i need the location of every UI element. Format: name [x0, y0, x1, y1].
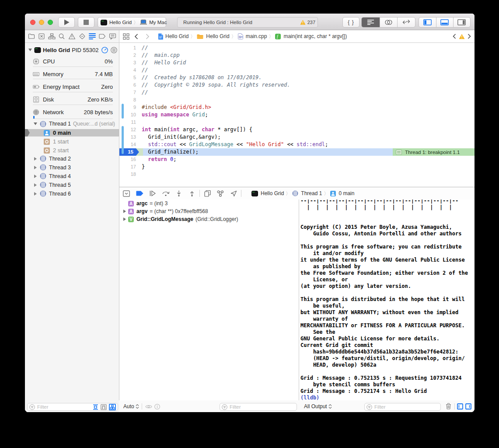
go-forward-button[interactable]: [146, 34, 150, 39]
close-window-button[interactable]: [30, 20, 35, 25]
thread-2-disclosure-triangle[interactable]: [34, 157, 37, 161]
gauge-separator: [33, 79, 113, 79]
navigator-filter-field[interactable]: Filter: [27, 403, 118, 411]
next-issue-icon[interactable]: [468, 34, 471, 39]
variable-row-gridlogmessage[interactable]: V Grid::GridLogMessage (Grid::GridLogger…: [119, 215, 299, 223]
view-mode-icon[interactable]: [111, 47, 117, 53]
source-control-navigator-tab[interactable]: [37, 32, 46, 41]
toggle-navigator-button[interactable]: [419, 18, 436, 27]
step-out-button[interactable]: [187, 189, 197, 198]
performance-gauge-icon[interactable]: [101, 47, 108, 53]
standard-editor-button[interactable]: [362, 18, 380, 27]
version-editor-button[interactable]: [397, 18, 415, 27]
show-current-block-icon[interactable]: [93, 404, 98, 410]
console-filter-field[interactable]: Filter: [364, 403, 441, 411]
process-row[interactable]: Hello Grid PID 55302: [25, 46, 119, 54]
debug-memory-graph-button[interactable]: [216, 189, 225, 198]
thread-1-disclosure-triangle[interactable]: [34, 122, 37, 125]
jumpbar-crumb-symbol[interactable]: main(int argc, char * argv[]): [283, 33, 347, 39]
source-editor[interactable]: //// main.cpp// Hello Grid//// Created b…: [119, 43, 475, 187]
continue-button[interactable]: [148, 189, 157, 198]
variable-row-argv[interactable]: A argv = (char **) 0x7ffeefbff568: [119, 207, 299, 215]
project-navigator-tab[interactable]: [27, 32, 36, 41]
app-icon: [101, 20, 107, 25]
variable-row-argc[interactable]: A argc = (int) 3: [119, 200, 299, 207]
breakpoint-annotation-text: Thread 1: breakpoint 1.1: [405, 150, 460, 155]
gridlogmessage-disclosure-triangle[interactable]: [123, 217, 126, 221]
quick-look-info-icon[interactable]: [154, 404, 160, 410]
thread-5-row[interactable]: Thread 5: [25, 181, 119, 189]
issue-count-warning-icon[interactable]: [459, 34, 465, 39]
gauge-label-disk: Disk: [43, 96, 54, 103]
run-button[interactable]: [58, 17, 75, 28]
show-variables-view-icon[interactable]: [457, 403, 463, 410]
step-over-button[interactable]: [161, 189, 171, 198]
scheme-selector[interactable]: Hello Grid 〉 My Mac: [98, 17, 166, 28]
jumpbar-crumb-file[interactable]: main.cpp: [246, 33, 267, 39]
related-items-button[interactable]: [123, 33, 129, 40]
breakpoint-arrow-icon: [136, 191, 143, 196]
thread-4-row[interactable]: Thread 4: [25, 172, 119, 180]
find-navigator-tab[interactable]: [57, 32, 66, 41]
show-crashed-threads-icon[interactable]: [101, 404, 107, 410]
thread-2-row[interactable]: Thread 2: [25, 155, 119, 162]
frame-row-1-start[interactable]: 1 start: [25, 138, 119, 145]
gauge-row-network[interactable]: Network 208 bytes/s: [25, 108, 119, 116]
debugbar-separator: [199, 190, 200, 197]
toggle-inspectors-button[interactable]: [453, 18, 470, 27]
breakpoints-toggle-button[interactable]: [135, 189, 144, 198]
issue-navigator-tab[interactable]: [67, 32, 77, 41]
stop-button[interactable]: [78, 17, 94, 28]
warning-badge[interactable]: 237: [300, 20, 318, 25]
clear-console-trash-icon[interactable]: [446, 403, 451, 410]
step-into-button[interactable]: [174, 189, 184, 198]
console-scope-popup[interactable]: All Output: [304, 403, 332, 410]
main-frame-person-icon: [44, 130, 50, 136]
jumpbar-crumb-group[interactable]: Hello Grid: [206, 33, 229, 39]
test-navigator-tab[interactable]: [77, 32, 87, 41]
show-only-variables-icon[interactable]: [145, 404, 152, 409]
thread-1-row[interactable]: Thread 1 Queue:...d (serial): [25, 120, 119, 128]
gauge-row-memory[interactable]: Memory 7.4 MB: [25, 70, 119, 78]
frame-row-2-start[interactable]: 2 start: [25, 147, 119, 154]
thread-6-disclosure-triangle[interactable]: [34, 192, 37, 196]
variables-filter-field[interactable]: Filter: [220, 403, 297, 411]
argv-disclosure-triangle[interactable]: [123, 210, 126, 213]
jumpbar-separator: 〉: [267, 33, 275, 40]
gauge-row-disk[interactable]: Disk Zero KB/s: [25, 95, 119, 103]
view-process-hierarchy-icon[interactable]: [109, 404, 116, 410]
thread-3-disclosure-triangle[interactable]: [34, 166, 37, 169]
thread-2-label: Thread 2: [49, 156, 71, 162]
debug-crumb-frame[interactable]: 0 main: [338, 190, 354, 196]
debug-navigator-tab[interactable]: [87, 32, 97, 41]
gauge-row-cpu[interactable]: CPU 0%: [25, 57, 119, 65]
breakpoint-navigator-tab[interactable]: [98, 32, 107, 41]
assistant-editor-button[interactable]: [380, 18, 398, 27]
simulate-location-button[interactable]: [229, 189, 238, 198]
thread-3-row[interactable]: Thread 3: [25, 164, 119, 171]
thread-4-disclosure-triangle[interactable]: [34, 175, 37, 178]
minimize-window-button[interactable]: [39, 20, 44, 25]
variables-view[interactable]: A argc = (int) 3 A argv = (char **) 0x7f…: [119, 200, 299, 400]
frame-row-0-main[interactable]: 0 main: [25, 129, 119, 136]
console-output[interactable]: --|--|--|--|--|--|--|--|--|--|--|--|--|-…: [299, 200, 475, 400]
zoom-window-button[interactable]: [48, 20, 53, 25]
symbol-navigator-tab[interactable]: [47, 32, 56, 41]
jumpbar-crumb-project[interactable]: Hello Grid: [165, 33, 188, 39]
gauge-row-energy[interactable]: Energy Impact Zero: [25, 83, 119, 91]
thread-5-disclosure-triangle[interactable]: [34, 183, 37, 187]
debug-crumb-thread[interactable]: Thread 1: [301, 190, 322, 196]
go-back-button[interactable]: [134, 34, 138, 39]
debug-crumb-process[interactable]: Hello Grid: [261, 190, 284, 196]
debug-view-hierarchy-button[interactable]: [202, 189, 212, 198]
warning-count: 237: [307, 20, 315, 25]
hide-debug-area-button[interactable]: [122, 189, 131, 198]
show-console-view-icon[interactable]: [465, 403, 471, 410]
variables-scope-popup[interactable]: Auto: [123, 403, 139, 410]
toggle-debug-area-button[interactable]: [436, 18, 453, 27]
code-folding-button[interactable]: { }: [342, 17, 359, 28]
process-disclosure-triangle[interactable]: [28, 49, 32, 51]
report-navigator-tab[interactable]: [108, 32, 117, 41]
thread-6-row[interactable]: Thread 6: [25, 190, 119, 197]
previous-issue-icon[interactable]: [453, 34, 456, 39]
